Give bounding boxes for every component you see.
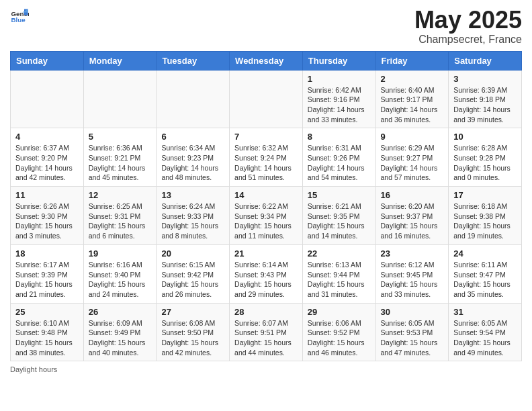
day-details: Sunrise: 6:42 AM Sunset: 9:16 PM Dayligh… [308, 85, 371, 125]
day-cell: 10Sunrise: 6:28 AM Sunset: 9:28 PM Dayli… [449, 128, 522, 187]
week-row-4: 18Sunrise: 6:17 AM Sunset: 9:39 PM Dayli… [11, 244, 522, 303]
calendar-subtitle: Champsecret, France [414, 34, 522, 46]
week-row-5: 25Sunrise: 6:10 AM Sunset: 9:48 PM Dayli… [11, 303, 522, 361]
day-number: 2 [381, 74, 444, 84]
day-details: Sunrise: 6:09 AM Sunset: 9:49 PM Dayligh… [89, 318, 152, 358]
weekday-header-row: SundayMondayTuesdayWednesdayThursdayFrid… [11, 51, 522, 70]
day-number: 6 [161, 132, 224, 142]
day-number: 19 [89, 248, 152, 259]
day-cell: 26Sunrise: 6:09 AM Sunset: 9:49 PM Dayli… [83, 303, 157, 361]
day-details: Sunrise: 6:13 AM Sunset: 9:44 PM Dayligh… [308, 260, 371, 300]
day-cell: 8Sunrise: 6:31 AM Sunset: 9:26 PM Daylig… [302, 128, 375, 187]
day-details: Sunrise: 6:37 AM Sunset: 9:20 PM Dayligh… [15, 143, 79, 183]
svg-text:Blue: Blue [11, 16, 26, 24]
day-details: Sunrise: 6:08 AM Sunset: 9:50 PM Dayligh… [161, 318, 224, 358]
day-number: 25 [15, 307, 79, 317]
day-details: Sunrise: 6:05 AM Sunset: 9:54 PM Dayligh… [453, 318, 517, 358]
day-details: Sunrise: 6:21 AM Sunset: 9:35 PM Dayligh… [308, 201, 371, 241]
day-cell: 4Sunrise: 6:37 AM Sunset: 9:20 PM Daylig… [11, 128, 84, 187]
day-cell [11, 70, 84, 128]
day-details: Sunrise: 6:34 AM Sunset: 9:23 PM Dayligh… [161, 143, 224, 183]
day-cell: 3Sunrise: 6:39 AM Sunset: 9:18 PM Daylig… [449, 70, 522, 128]
day-number: 4 [15, 132, 79, 142]
day-details: Sunrise: 6:17 AM Sunset: 9:39 PM Dayligh… [15, 260, 79, 300]
week-row-2: 4Sunrise: 6:37 AM Sunset: 9:20 PM Daylig… [11, 128, 522, 187]
day-cell: 18Sunrise: 6:17 AM Sunset: 9:39 PM Dayli… [11, 244, 84, 303]
day-number: 16 [381, 190, 444, 200]
day-number: 27 [161, 307, 224, 317]
day-cell: 17Sunrise: 6:18 AM Sunset: 9:38 PM Dayli… [449, 187, 522, 245]
day-details: Sunrise: 6:18 AM Sunset: 9:38 PM Dayligh… [453, 201, 517, 241]
day-cell: 25Sunrise: 6:10 AM Sunset: 9:48 PM Dayli… [11, 303, 84, 361]
day-cell: 13Sunrise: 6:24 AM Sunset: 9:33 PM Dayli… [157, 187, 230, 245]
day-cell: 15Sunrise: 6:21 AM Sunset: 9:35 PM Dayli… [302, 187, 375, 245]
day-cell: 9Sunrise: 6:29 AM Sunset: 9:27 PM Daylig… [375, 128, 449, 187]
day-details: Sunrise: 6:12 AM Sunset: 9:45 PM Dayligh… [381, 260, 444, 300]
day-details: Sunrise: 6:29 AM Sunset: 9:27 PM Dayligh… [381, 143, 444, 183]
day-number: 9 [381, 132, 444, 142]
day-details: Sunrise: 6:06 AM Sunset: 9:52 PM Dayligh… [308, 318, 371, 358]
weekday-header-thursday: Thursday [302, 51, 375, 70]
day-number: 28 [234, 307, 298, 317]
day-cell: 22Sunrise: 6:13 AM Sunset: 9:44 PM Dayli… [302, 244, 375, 303]
day-details: Sunrise: 6:39 AM Sunset: 9:18 PM Dayligh… [453, 85, 517, 125]
header: General Blue May 2025 Champsecret, Franc… [10, 7, 522, 46]
day-details: Sunrise: 6:16 AM Sunset: 9:40 PM Dayligh… [89, 260, 152, 300]
day-details: Sunrise: 6:22 AM Sunset: 9:34 PM Dayligh… [234, 201, 298, 241]
day-number: 26 [89, 307, 152, 317]
weekday-header-wednesday: Wednesday [230, 51, 303, 70]
day-cell: 24Sunrise: 6:11 AM Sunset: 9:47 PM Dayli… [449, 244, 522, 303]
day-number: 23 [381, 248, 444, 259]
day-number: 17 [453, 190, 517, 200]
day-number: 22 [308, 248, 371, 259]
day-number: 29 [308, 307, 371, 317]
day-number: 14 [234, 190, 298, 200]
day-details: Sunrise: 6:15 AM Sunset: 9:42 PM Dayligh… [161, 260, 224, 300]
day-details: Sunrise: 6:40 AM Sunset: 9:17 PM Dayligh… [381, 85, 444, 125]
title-area: May 2025 Champsecret, France [414, 7, 522, 46]
day-details: Sunrise: 6:11 AM Sunset: 9:47 PM Dayligh… [453, 260, 517, 300]
day-cell: 14Sunrise: 6:22 AM Sunset: 9:34 PM Dayli… [230, 187, 303, 245]
week-row-3: 11Sunrise: 6:26 AM Sunset: 9:30 PM Dayli… [11, 187, 522, 245]
day-cell: 23Sunrise: 6:12 AM Sunset: 9:45 PM Dayli… [375, 244, 449, 303]
day-number: 18 [15, 248, 79, 259]
day-number: 21 [234, 248, 298, 259]
day-number: 30 [381, 307, 444, 317]
day-cell: 5Sunrise: 6:36 AM Sunset: 9:21 PM Daylig… [83, 128, 157, 187]
day-details: Sunrise: 6:05 AM Sunset: 9:53 PM Dayligh… [381, 318, 444, 358]
day-number: 24 [453, 248, 517, 259]
day-number: 31 [453, 307, 517, 317]
day-details: Sunrise: 6:25 AM Sunset: 9:31 PM Dayligh… [89, 201, 152, 241]
day-details: Sunrise: 6:31 AM Sunset: 9:26 PM Dayligh… [308, 143, 371, 183]
day-number: 20 [161, 248, 224, 259]
day-cell: 27Sunrise: 6:08 AM Sunset: 9:50 PM Dayli… [157, 303, 230, 361]
day-details: Sunrise: 6:24 AM Sunset: 9:33 PM Dayligh… [161, 201, 224, 241]
day-cell: 6Sunrise: 6:34 AM Sunset: 9:23 PM Daylig… [157, 128, 230, 187]
day-number: 11 [15, 190, 79, 200]
day-cell: 20Sunrise: 6:15 AM Sunset: 9:42 PM Dayli… [157, 244, 230, 303]
day-number: 13 [161, 190, 224, 200]
day-cell: 7Sunrise: 6:32 AM Sunset: 9:24 PM Daylig… [230, 128, 303, 187]
day-number: 12 [89, 190, 152, 200]
day-cell: 28Sunrise: 6:07 AM Sunset: 9:51 PM Dayli… [230, 303, 303, 361]
day-cell: 21Sunrise: 6:14 AM Sunset: 9:43 PM Dayli… [230, 244, 303, 303]
day-details: Sunrise: 6:32 AM Sunset: 9:24 PM Dayligh… [234, 143, 298, 183]
calendar-title: May 2025 [414, 7, 522, 34]
day-cell: 2Sunrise: 6:40 AM Sunset: 9:17 PM Daylig… [375, 70, 449, 128]
calendar-table: SundayMondayTuesdayWednesdayThursdayFrid… [10, 51, 522, 362]
weekday-header-sunday: Sunday [11, 51, 84, 70]
logo: General Blue [10, 7, 29, 26]
day-details: Sunrise: 6:14 AM Sunset: 9:43 PM Dayligh… [234, 260, 298, 300]
day-cell: 19Sunrise: 6:16 AM Sunset: 9:40 PM Dayli… [83, 244, 157, 303]
logo-icon: General Blue [10, 7, 29, 26]
day-number: 5 [89, 132, 152, 142]
weekday-header-saturday: Saturday [449, 51, 522, 70]
day-cell: 12Sunrise: 6:25 AM Sunset: 9:31 PM Dayli… [83, 187, 157, 245]
weekday-header-tuesday: Tuesday [157, 51, 230, 70]
day-number: 7 [234, 132, 298, 142]
day-cell [230, 70, 303, 128]
day-details: Sunrise: 6:07 AM Sunset: 9:51 PM Dayligh… [234, 318, 298, 358]
weekday-header-monday: Monday [83, 51, 157, 70]
footer-daylight: Daylight hours [10, 365, 522, 373]
day-details: Sunrise: 6:26 AM Sunset: 9:30 PM Dayligh… [15, 201, 79, 241]
